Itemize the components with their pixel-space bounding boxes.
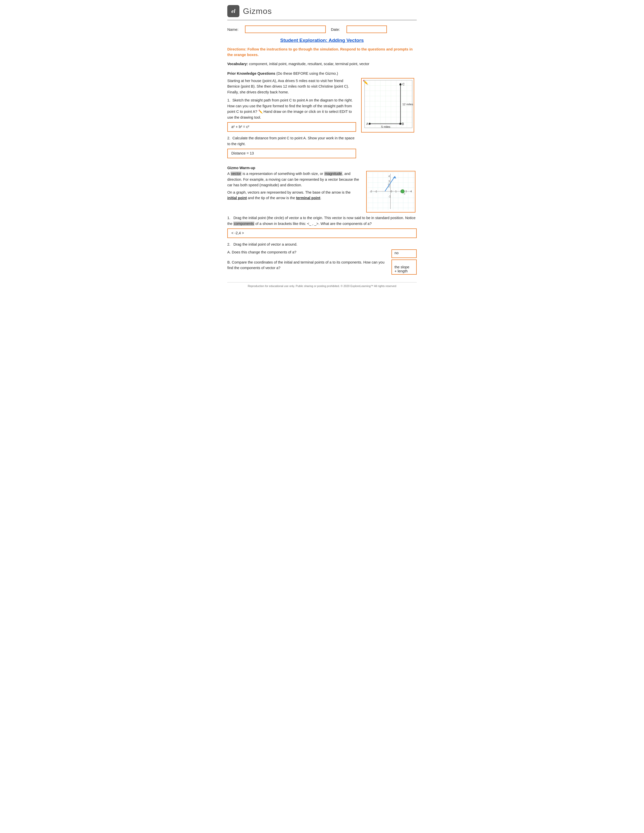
warmup-p2-pre: On a graph, vectors are represented by a…: [227, 190, 351, 195]
name-label: Name:: [227, 27, 238, 32]
vocab-terms: component, initial point, magnitude, res…: [249, 62, 369, 66]
svg-text:3: 3: [388, 180, 390, 183]
warmup-components-term: components: [233, 222, 254, 226]
warmup-p2-mid: and the tip of the arrow is the: [247, 196, 296, 200]
prior-knowledge-body: Starting at her house (point A), Ava dri…: [227, 78, 356, 95]
warmup-q2-num: 2.: [227, 242, 232, 246]
q2-answer-text: Distance = 13: [231, 151, 254, 155]
warmup-terminal-term: terminal point: [296, 196, 320, 200]
warmup-q2a-text: A. Does this change the components of a?: [227, 250, 296, 254]
warmup-q1: 1. Drag the initial point (the circle) o…: [227, 215, 417, 227]
svg-text:a: a: [388, 183, 390, 185]
vocabulary-section: Vocabulary: component, initial point, ma…: [227, 61, 417, 67]
pencil-icon-diagram: ✏️: [363, 79, 368, 85]
svg-text:5 miles: 5 miles: [381, 125, 390, 128]
pencil-icon-1: ✏️: [258, 109, 262, 114]
page-title: Student Exploration: Adding Vectors: [227, 38, 417, 43]
warmup-two-col: A vector is a representation of somethin…: [227, 171, 417, 212]
warmup-initial-term: initial point: [227, 196, 247, 200]
warmup-p1: A vector is a representation of somethin…: [227, 171, 361, 188]
svg-text:4: 4: [411, 190, 412, 193]
svg-text:4: 4: [388, 175, 390, 178]
warmup-q2b-left: B. Compare the coordinates of the initia…: [227, 259, 387, 271]
question-2: 2. Calculate the distance from point C t…: [227, 135, 356, 147]
svg-text:0: 0: [391, 190, 392, 193]
svg-point-7: [369, 123, 371, 125]
svg-text:C: C: [402, 82, 404, 86]
warmup-section: Gizmo Warm-up A vector is a representati…: [227, 166, 417, 274]
warmup-q2b-row: B. Compare the coordinates of the initia…: [227, 259, 417, 275]
date-input[interactable]: [346, 26, 387, 33]
warmup-right: -2 -1 0 1 2 3 4 2 3 4 -1: [366, 171, 417, 212]
prior-knowledge-subtitle: (Do these BEFORE using the Gizmo.): [276, 71, 338, 76]
warmup-q2a-answer-box[interactable]: no: [391, 249, 417, 258]
vocab-label: Vocabulary:: [227, 62, 248, 66]
prior-knowledge-title: Prior Knowledge Questions: [227, 71, 275, 76]
svg-text:A: A: [366, 122, 369, 126]
warmup-left: A vector is a representation of somethin…: [227, 171, 361, 212]
prior-knowledge-section: Prior Knowledge Questions (Do these BEFO…: [227, 71, 417, 162]
prior-knowledge-two-col: Starting at her house (point A), Ava dri…: [227, 78, 417, 162]
q1-answer-text: a² + b² = c²: [231, 125, 249, 129]
q1-num: 1.: [227, 98, 232, 102]
svg-text:12 miles: 12 miles: [402, 103, 413, 106]
directions-text: Directions: Follow the instructions to g…: [227, 47, 417, 58]
warmup-q2b-text: B. Compare the coordinates of the initia…: [227, 260, 385, 270]
footer-text: Reproduction for educational use only. P…: [248, 285, 396, 288]
q2-answer-box[interactable]: Distance = 13: [227, 149, 356, 158]
small-graph-box: -2 -1 0 1 2 3 4 2 3 4 -1: [366, 171, 415, 212]
q2-text: Calculate the distance from point C to p…: [227, 136, 354, 146]
warmup-p1-pre: A: [227, 172, 230, 176]
svg-text:1: 1: [395, 190, 397, 193]
q2-num: 2.: [227, 136, 232, 140]
app-name: Gizmos: [243, 6, 272, 16]
warmup-magnitude-term: magnitude: [324, 172, 343, 176]
svg-text:-2: -2: [370, 190, 372, 193]
svg-text:-1: -1: [375, 190, 377, 193]
svg-text:3: 3: [405, 190, 407, 193]
logo-box: el: [227, 5, 240, 17]
warmup-p2: On a graph, vectors are represented by a…: [227, 190, 361, 201]
name-date-row: Name: Date:: [227, 26, 417, 33]
prior-knowledge-left: Starting at her house (point A), Ava dri…: [227, 78, 356, 162]
svg-text:b: b: [404, 192, 405, 195]
name-input[interactable]: [245, 26, 326, 33]
warmup-q1-text2: of a shown in brackets like this: <_ , _…: [254, 222, 372, 226]
warmup-vector-term: vector: [230, 172, 242, 176]
warmup-p2-end: .: [320, 196, 321, 200]
diagram-svg: C A B 12 miles 5 miles: [363, 80, 414, 130]
page-header: el Gizmos: [227, 5, 417, 21]
footer: Reproduction for educational use only. P…: [227, 282, 417, 288]
warmup-q2: 2. Drag the initial point of vector a ar…: [227, 241, 417, 247]
warmup-q1-num: 1.: [227, 216, 232, 220]
logo-el-text: el: [231, 8, 235, 14]
date-label: Date:: [331, 27, 340, 32]
warmup-q1-answer-box[interactable]: < -2,4 >: [227, 228, 417, 238]
warmup-q1-answer: < -2,4 >: [231, 231, 244, 235]
prior-knowledge-right: ✏️ C: [361, 78, 417, 162]
warmup-q2a-answer: no: [394, 251, 399, 255]
warmup-graph-svg: -2 -1 0 1 2 3 4 2 3 4 -1: [368, 172, 414, 210]
warmup-q2b-answer: the slope + length: [394, 265, 409, 273]
q1-answer-box[interactable]: a² + b² = c²: [227, 122, 356, 132]
diagram-box: ✏️ C: [361, 78, 414, 132]
warmup-q2a-left: A. Does this change the components of a?: [227, 249, 387, 255]
warmup-p1-mid: is a representation of something with bo…: [242, 172, 324, 176]
question-1: 1. Sketch the straight path from point C…: [227, 97, 356, 120]
warmup-title: Gizmo Warm-up: [227, 166, 417, 170]
warmup-q2-text: Drag the initial point of vector a aroun…: [233, 242, 297, 246]
svg-text:-1: -1: [388, 195, 391, 198]
svg-text:B: B: [402, 122, 404, 126]
warmup-q2a-row: A. Does this change the components of a?…: [227, 249, 417, 258]
warmup-q2b-answer-box[interactable]: the slope + length: [391, 259, 417, 275]
